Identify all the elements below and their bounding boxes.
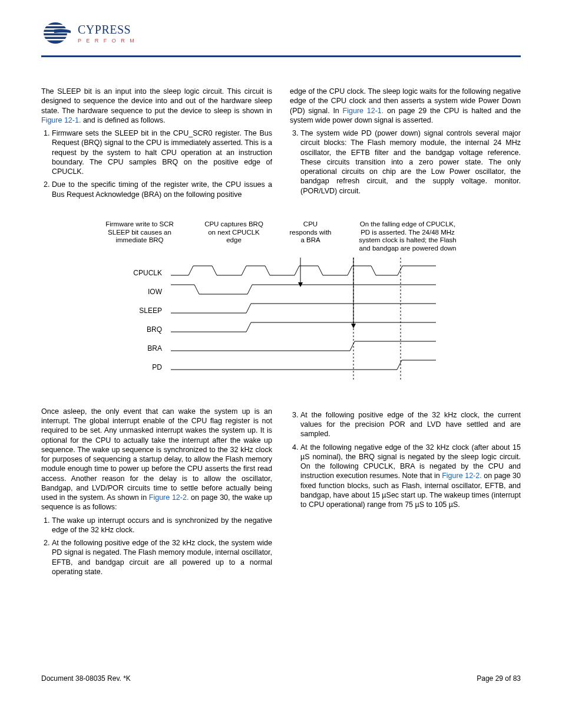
diagram-label-1: Firmware write to SCRSLEEP bit causes an…: [95, 220, 184, 253]
sig-brq: BRQ: [147, 325, 162, 334]
wake-step-3: At the following positive edge of the 32…: [300, 410, 521, 439]
diagram-label-2: CPU captures BRQon next CPUCLKedge: [196, 220, 272, 253]
wake-col-right: At the following positive edge of the 32…: [290, 407, 521, 580]
intro-step-2a: Due to the specific timing of the regist…: [52, 180, 272, 199]
wake-p1-text: Once asleep, the only event that can wak…: [41, 407, 272, 502]
diagram-label-3: CPUresponds witha BRA: [284, 220, 337, 253]
logo-globe-icon: [41, 18, 75, 48]
footer-docid: Document 38-08035 Rev. *K: [41, 674, 131, 683]
wake-step-4: At the following negative edge of the 32…: [300, 443, 521, 510]
header-rule: [41, 55, 521, 57]
svg-rect-4: [44, 35, 67, 37]
intro-p1-text: The SLEEP bit is an input into the sleep…: [41, 87, 272, 115]
intro-paragraph: The SLEEP bit is an input into the sleep…: [41, 87, 272, 125]
footer-page: Page 29 of 83: [477, 674, 521, 683]
figure-link[interactable]: Figure 12-2.: [442, 472, 481, 480]
figure-link[interactable]: Figure 12-1.: [41, 116, 81, 124]
timing-diagram: Firmware write to SCRSLEEP bit causes an…: [41, 220, 521, 383]
sig-bra: BRA: [147, 344, 162, 353]
intro-columns: The SLEEP bit is an input into the sleep…: [41, 87, 521, 203]
sig-cpuclk: CPUCLK: [133, 269, 162, 277]
intro-p1-tail: and is defined as follows.: [81, 116, 165, 124]
svg-rect-1: [44, 25, 67, 27]
wake-columns: Once asleep, the only event that can wak…: [41, 407, 521, 580]
page-footer: Document 38-08035 Rev. *K Page 29 of 83: [41, 674, 521, 683]
intro-col-left: The SLEEP bit is an input into the sleep…: [41, 87, 272, 203]
logo: CYPRESS P E R F O R M: [41, 18, 136, 48]
figure-link[interactable]: Figure 12-1.: [343, 107, 384, 115]
figure-link[interactable]: Figure 12-2.: [149, 493, 189, 502]
page-header: CYPRESS P E R F O R M: [41, 18, 521, 48]
svg-rect-5: [44, 39, 67, 41]
logo-brand: CYPRESS: [78, 23, 136, 37]
wake-paragraph: Once asleep, the only event that can wak…: [41, 407, 272, 512]
intro-step-1: Firmware sets the SLEEP bit in the CPU_S…: [52, 129, 272, 176]
intro-step-3: The system wide PD (power down) signal c…: [300, 129, 521, 196]
timing-diagram-svg: CPUCLK IOW SLEEP BRQ BRA PD: [106, 258, 518, 381]
intro-col-right: edge of the CPU clock. The sleep logic w…: [290, 87, 521, 203]
wake-col-left: Once asleep, the only event that can wak…: [41, 407, 272, 580]
logo-tagline: P E R F O R M: [78, 38, 136, 44]
svg-marker-11: [351, 324, 356, 328]
intro-step-2b-wrap: edge of the CPU clock. The sleep logic w…: [290, 87, 521, 125]
wake-step-2: At the following positive edge of the 32…: [52, 538, 272, 577]
sig-pd: PD: [152, 363, 162, 371]
wake-step-1: The wake up interrupt occurs and is sync…: [52, 516, 272, 535]
sig-iow: IOW: [148, 288, 163, 296]
diagram-label-4: On the falling edge of CPUCLK,PD is asse…: [349, 220, 467, 253]
sig-sleep: SLEEP: [139, 307, 162, 315]
